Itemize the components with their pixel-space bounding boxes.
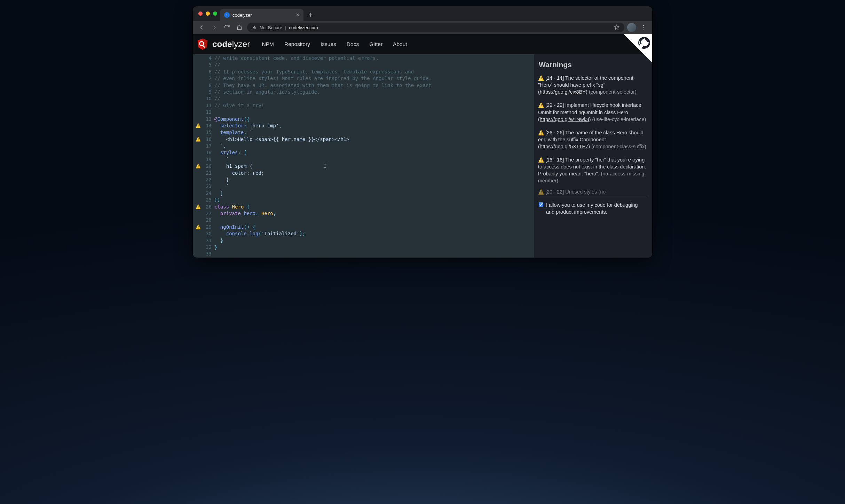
line-number: 27 xyxy=(203,210,212,217)
code-body[interactable]: // write consistent code, and discover p… xyxy=(214,55,534,258)
warning-item[interactable]: ⚠️[29 - 29] Implement lifecycle hook int… xyxy=(538,102,647,123)
warning-icon: ⚠️ xyxy=(538,157,544,163)
profile-avatar[interactable] xyxy=(627,23,636,32)
line-number: 12 xyxy=(203,109,212,116)
code-line[interactable]: // even inline styles! Most rules are in… xyxy=(214,75,534,82)
tab-title: codelyzer xyxy=(232,13,252,18)
warning-gutter-icon[interactable]: ⚠️ xyxy=(196,204,201,210)
brand[interactable]: codelyzer xyxy=(196,38,250,50)
line-number: 16 xyxy=(203,136,212,143)
warning-gutter-icon[interactable]: ⚠️ xyxy=(196,136,201,143)
code-line[interactable]: `, xyxy=(214,143,534,149)
code-line[interactable]: // xyxy=(214,95,534,102)
nav-links: NPMRepositoryIssuesDocsGitterAbout xyxy=(262,41,407,47)
nav-link-issues[interactable]: Issues xyxy=(321,41,336,47)
maximize-window-icon[interactable] xyxy=(213,11,217,16)
browser-tab[interactable]: ! codelyzer × xyxy=(220,9,303,21)
minimize-window-icon[interactable] xyxy=(206,11,210,16)
code-line[interactable]: // section in angular.io/styleguide. xyxy=(214,89,534,95)
line-number: 23 xyxy=(203,183,212,190)
window-controls xyxy=(196,6,220,21)
text-cursor-icon: 𝙸 xyxy=(323,163,327,169)
code-line[interactable]: color: red; xyxy=(214,170,534,176)
warning-item[interactable]: ⚠️[14 - 14] The selector of the componen… xyxy=(538,74,647,95)
warning-item[interactable]: ⚠️[26 - 26] The name of the class Hero s… xyxy=(538,129,647,150)
line-number: 22 xyxy=(203,176,212,183)
site-navbar: codelyzer NPMRepositoryIssuesDocsGitterA… xyxy=(193,34,652,54)
reload-button[interactable] xyxy=(222,23,232,32)
warning-link[interactable]: https://goo.gl/w1Nwk3 xyxy=(540,117,589,122)
code-line[interactable]: template: ` xyxy=(214,129,534,136)
consent-label[interactable]: I allow you to use my code for debugging… xyxy=(546,202,647,215)
line-number: 9 xyxy=(203,89,212,95)
forward-button[interactable] xyxy=(210,23,219,32)
line-number: 11 xyxy=(203,102,212,109)
separator: | xyxy=(285,25,286,30)
omnibox[interactable]: Not Secure | codelyzer.com xyxy=(247,23,624,32)
code-line[interactable]: selector: 'hero-cmp', xyxy=(214,123,534,129)
line-number: 31 xyxy=(203,237,212,244)
code-line[interactable]: private hero: Hero; xyxy=(214,210,534,217)
code-line[interactable]: // write consistent code, and discover p… xyxy=(214,55,534,62)
warning-gutter-icon[interactable]: ⚠️ xyxy=(196,123,201,129)
nav-link-about[interactable]: About xyxy=(393,41,407,47)
home-button[interactable] xyxy=(235,23,244,32)
url-text: codelyzer.com xyxy=(289,25,318,30)
line-number: 30 xyxy=(203,230,212,237)
warning-gutter-icon[interactable]: ⚠️ xyxy=(196,224,201,230)
new-tab-button[interactable]: + xyxy=(303,9,317,21)
warning-icon: ⚠️ xyxy=(538,102,544,108)
warning-item[interactable]: ⚠️[16 - 16] The property "her" that you'… xyxy=(538,156,647,184)
bookmark-icon[interactable] xyxy=(614,24,619,31)
code-line[interactable]: h1 spam { xyxy=(214,163,534,170)
code-line[interactable]: // Give it a try! xyxy=(214,102,534,109)
code-line[interactable] xyxy=(214,109,534,116)
code-line[interactable]: @Component({ xyxy=(214,116,534,123)
line-number: 20 xyxy=(203,163,212,170)
code-line[interactable]: }) xyxy=(214,197,534,203)
close-window-icon[interactable] xyxy=(198,11,203,16)
nav-link-npm[interactable]: NPM xyxy=(262,41,274,47)
tab-bar: ! codelyzer × + xyxy=(193,6,652,21)
code-line[interactable]: class Hero { xyxy=(214,204,534,210)
line-number: 24 xyxy=(203,190,212,197)
code-editor[interactable]: ⚠️⚠️⚠️⚠️⚠️ 45678910111213141516171819202… xyxy=(193,54,534,258)
consent-checkbox[interactable] xyxy=(539,202,543,207)
line-number: 14 xyxy=(203,123,212,129)
code-line[interactable]: } xyxy=(214,237,534,244)
code-line[interactable]: // They have a URL associated with them … xyxy=(214,82,534,89)
back-button[interactable] xyxy=(197,23,207,32)
line-number-gutter: 4567891011121314151617181920212223242526… xyxy=(203,55,214,258)
line-number: 25 xyxy=(203,197,212,203)
warning-gutter-icon[interactable]: ⚠️ xyxy=(196,163,201,170)
code-line[interactable]: ] xyxy=(214,190,534,197)
code-line[interactable]: styles: [ xyxy=(214,149,534,156)
nav-link-repository[interactable]: Repository xyxy=(284,41,310,47)
warnings-title: Warnings xyxy=(539,61,647,69)
close-tab-icon[interactable]: × xyxy=(296,12,299,18)
line-number: 10 xyxy=(203,95,212,102)
warning-link[interactable]: https://goo.gl/cix8BY xyxy=(540,89,586,95)
browser-window: ! codelyzer × + Not Secure | codelyzer.c… xyxy=(193,6,652,258)
code-line[interactable]: ngOnInit() { xyxy=(214,224,534,230)
warnings-panel: Warnings ⚠️[14 - 14] The selector of the… xyxy=(534,54,652,258)
code-line[interactable] xyxy=(214,217,534,223)
line-number: 26 xyxy=(203,204,212,210)
line-number: 19 xyxy=(203,156,212,163)
browser-menu-icon[interactable]: ⋮ xyxy=(639,24,648,31)
code-line[interactable]: } xyxy=(214,244,534,251)
code-line[interactable] xyxy=(214,251,534,257)
nav-link-docs[interactable]: Docs xyxy=(347,41,359,47)
line-number: 33 xyxy=(203,251,212,257)
warning-icon: ⚠️ xyxy=(538,189,544,195)
line-number: 28 xyxy=(203,217,212,223)
code-line[interactable]: console.log('Initialized'); xyxy=(214,230,534,237)
code-line[interactable]: ` xyxy=(214,183,534,190)
code-line[interactable]: } xyxy=(214,176,534,183)
nav-link-gitter[interactable]: Gitter xyxy=(369,41,382,47)
code-line[interactable]: // xyxy=(214,62,534,68)
code-line[interactable]: ` xyxy=(214,156,534,163)
code-line[interactable]: // It processes your TypeScript, templat… xyxy=(214,69,534,75)
warning-link[interactable]: https://goo.gl/5X1TE7 xyxy=(540,144,588,149)
code-line[interactable]: <h1>Hello <span>{{ her.name }}</span></h… xyxy=(214,136,534,143)
